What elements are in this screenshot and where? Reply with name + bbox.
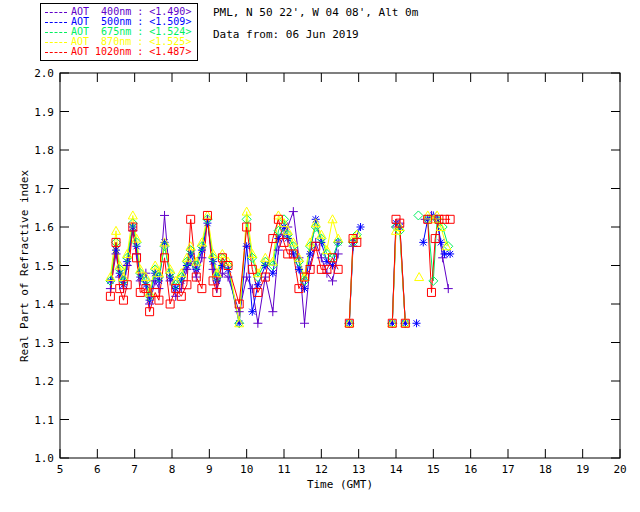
x-tick-label: 12	[315, 463, 328, 476]
x-tick-label: 14	[389, 463, 403, 476]
data-point-triangle	[415, 273, 424, 281]
y-tick-label: 1.0	[34, 452, 54, 465]
y-tick-label: 1.3	[34, 337, 54, 350]
x-tick-label: 7	[131, 463, 138, 476]
y-tick-label: 1.6	[34, 221, 54, 234]
data-point-plus	[268, 307, 277, 316]
data-point-asterisk	[243, 242, 251, 250]
x-tick-label: 11	[277, 463, 290, 476]
legend-line-sample-675nm-icon	[45, 32, 67, 33]
y-tick-label: 1.1	[34, 414, 54, 427]
data-point-asterisk	[419, 238, 427, 246]
x-tick-label: 16	[464, 463, 477, 476]
data-point-asterisk	[446, 250, 454, 258]
data-point-plus	[300, 319, 309, 328]
y-tick-label: 1.8	[34, 144, 54, 157]
y-tick-label: 2.0	[34, 67, 54, 80]
y-tick-label: 1.2	[34, 375, 54, 388]
station-location-text: PML, N 50 22', W 04 08', Alt 0m	[213, 7, 418, 19]
x-tick-label: 5	[57, 463, 64, 476]
x-tick-label: 9	[206, 463, 213, 476]
data-point-asterisk	[357, 223, 365, 231]
y-tick-label: 1.7	[34, 183, 54, 196]
data-date-text: Data from: 06 Jun 2019	[213, 29, 359, 41]
data-point-plus	[328, 276, 337, 285]
x-tick-label: 17	[501, 463, 514, 476]
legend: AOT 400nm : <1.490> AOT 500nm : <1.509> …	[40, 3, 198, 61]
data-point-plus	[289, 207, 298, 216]
x-tick-label: 13	[352, 463, 365, 476]
data-point-asterisk	[413, 319, 421, 327]
x-tick-label: 18	[539, 463, 552, 476]
x-axis-label: Time (GMT)	[230, 478, 450, 491]
legend-line-sample-1020nm-icon	[45, 52, 67, 53]
x-tick-label: 10	[240, 463, 253, 476]
legend-line-sample-400nm-icon	[45, 12, 67, 13]
data-point-diamond	[414, 211, 423, 220]
legend-label-1020nm: AOT 1020nm : <1.487>	[71, 47, 191, 57]
data-point-plus	[253, 319, 262, 328]
x-tick-label: 20	[613, 463, 626, 476]
data-point-asterisk	[248, 308, 256, 316]
legend-item-1020nm: AOT 1020nm : <1.487>	[45, 47, 191, 57]
x-tick-label: 15	[427, 463, 440, 476]
y-tick-label: 1.5	[34, 260, 54, 273]
x-tick-label: 8	[169, 463, 176, 476]
chart-plot-area: 5678910111213141516171819201.01.11.21.31…	[0, 0, 640, 512]
series-line-AOT-500nm	[110, 219, 338, 323]
x-tick-label: 19	[576, 463, 589, 476]
y-tick-label: 1.4	[34, 298, 54, 311]
data-point-plus	[192, 273, 201, 282]
data-point-plus	[444, 284, 453, 293]
aot-refractive-index-plot-window: 5678910111213141516171819201.01.11.21.31…	[0, 0, 640, 512]
y-tick-label: 1.9	[34, 106, 54, 119]
legend-line-sample-500nm-icon	[45, 22, 67, 23]
legend-line-sample-870nm-icon	[45, 42, 67, 43]
x-tick-label: 6	[94, 463, 101, 476]
series-line-AOT-675nm	[110, 219, 338, 323]
y-axis-label: Real Part of Refractive index	[18, 156, 30, 376]
data-point-plus	[160, 211, 169, 220]
